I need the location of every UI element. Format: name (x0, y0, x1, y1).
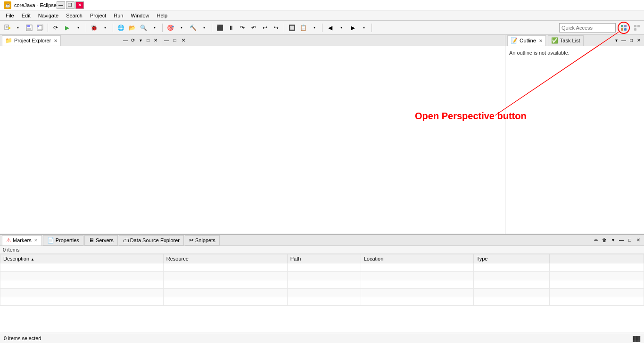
tb-back-dd[interactable]: ▾ (336, 23, 347, 33)
menu-help[interactable]: Help (153, 10, 172, 20)
editor-area (161, 46, 505, 234)
properties-icon: 📄 (47, 237, 54, 244)
quick-access-input[interactable] (559, 23, 616, 33)
tb-ext3-dd[interactable]: ▾ (149, 23, 160, 33)
servers-tab[interactable]: 🖥 Servers (84, 235, 118, 245)
outline-minimize[interactable]: — (620, 37, 627, 44)
menu-file[interactable]: File (2, 10, 18, 20)
tb-target[interactable]: 🎯 (165, 23, 175, 33)
menu-run[interactable]: Run (110, 10, 127, 20)
table-row[interactable] (0, 263, 644, 272)
tb-back[interactable]: ◀ (325, 23, 335, 33)
toolbar-group-2 (24, 23, 45, 33)
properties-tab[interactable]: 📄 Properties (43, 235, 83, 245)
snippets-tab[interactable]: ✂ Snippets (185, 235, 220, 245)
toolbar: ▾ ⟳ ▶ ▾ 🐞 ▾ 🌐 📂 🔍 ▾ 🎯 ▾ 🔨 ▾ ⬛ ⏸ ↷ ↶ (0, 21, 644, 35)
panel-sync-button[interactable]: ⟳ (130, 37, 136, 44)
project-explorer-close[interactable]: ✕ (54, 38, 58, 43)
menu-search[interactable]: Search (62, 10, 86, 20)
tb-ext2[interactable]: 📂 (127, 23, 137, 33)
open-perspective-button[interactable] (618, 22, 630, 34)
snippets-icon: ✂ (189, 237, 194, 244)
tb-perspective-extra[interactable] (632, 23, 642, 33)
panel-collapse-button[interactable]: □ (145, 37, 151, 44)
tb-step4[interactable]: ↪ (271, 23, 281, 33)
tb-step3[interactable]: ↩ (260, 23, 270, 33)
bottom-clear-button[interactable]: 🗑 (601, 237, 608, 244)
svg-marker-3 (8, 27, 10, 29)
outline-close-btn[interactable]: ✕ (636, 37, 642, 44)
project-explorer-tab[interactable]: 📁 Project Explorer ✕ (2, 35, 61, 46)
col-type: Type (473, 254, 549, 263)
tb-debug[interactable]: 🐞 (89, 23, 99, 33)
outline-tab-close[interactable]: ✕ (539, 38, 543, 43)
data-source-explorer-tab[interactable]: 🗃 Data Source Explorer (119, 235, 184, 245)
tb-ext1[interactable]: 🌐 (116, 23, 126, 33)
tb-separator-1 (48, 24, 48, 32)
tb-pause[interactable]: ⏸ (226, 23, 236, 33)
bottom-maximize[interactable]: □ (626, 237, 634, 244)
window-title: coreJava - Eclipse (14, 2, 57, 8)
tb-nav1[interactable]: 🔲 (287, 23, 297, 33)
tb-forward-dd[interactable]: ▾ (359, 23, 369, 33)
editor-minimize[interactable]: — (163, 37, 170, 44)
panel-view-menu[interactable]: ▾ (137, 37, 144, 44)
servers-icon: 🖥 (89, 237, 94, 244)
tb-save-all-button[interactable] (35, 23, 45, 33)
panel-close-button[interactable]: ✕ (152, 37, 159, 44)
svg-rect-16 (634, 28, 636, 31)
minimize-button[interactable]: — (57, 1, 65, 9)
tb-stop[interactable]: ⬛ (215, 23, 225, 33)
data-source-icon: 🗃 (123, 237, 129, 244)
markers-tab[interactable]: ⚠ Markers ✕ (2, 235, 42, 245)
panel-minimize-button[interactable]: — (122, 37, 129, 44)
menu-project[interactable]: Project (86, 10, 110, 20)
task-list-label: Task List (560, 38, 580, 43)
tb-nav2[interactable]: 📋 (298, 23, 308, 33)
tb-new-button[interactable] (2, 23, 12, 33)
table-row[interactable] (0, 280, 644, 289)
tb-build[interactable]: 🔨 (188, 23, 198, 33)
menu-window[interactable]: Window (127, 10, 153, 20)
task-list-tab[interactable]: ✅ Task List (548, 35, 584, 46)
outline-maximize[interactable]: □ (628, 37, 635, 44)
tb-step2[interactable]: ↶ (248, 23, 259, 33)
outline-message: An outline is not available. (509, 50, 570, 56)
tb-run-dd[interactable]: ▾ (73, 23, 83, 33)
project-explorer-content (0, 46, 161, 234)
tb-debug-dd[interactable]: ▾ (100, 23, 110, 33)
bottom-panel: ⚠ Markers ✕ 📄 Properties 🖥 Servers 🗃 Dat… (0, 234, 644, 333)
restore-button[interactable]: ❐ (66, 1, 74, 9)
svg-rect-11 (624, 25, 627, 27)
tb-step1[interactable]: ↷ (237, 23, 248, 33)
bottom-close[interactable]: ✕ (635, 237, 642, 244)
tb-ext3[interactable]: 🔍 (138, 23, 149, 33)
markers-table: Description ▲ Resource Path Location Typ… (0, 254, 644, 306)
editor-close[interactable]: ✕ (180, 37, 187, 44)
upper-area: 📁 Project Explorer ✕ — ⟳ ▾ □ ✕ (0, 35, 644, 234)
menu-edit[interactable]: Edit (18, 10, 34, 20)
table-row[interactable] (0, 297, 644, 306)
bottom-sync-button[interactable]: ⇔ (592, 237, 600, 244)
tb-refresh[interactable]: ⟳ (50, 23, 61, 33)
tb-nav2-dd[interactable]: ▾ (309, 23, 320, 33)
toolbar-right (559, 22, 642, 34)
table-row[interactable] (0, 289, 644, 297)
menu-navigate[interactable]: Navigate (34, 10, 62, 20)
outline-tab[interactable]: 📝 Outline ✕ (507, 35, 546, 46)
bottom-view-menu[interactable]: ▾ (609, 237, 617, 244)
toolbar-group-1: ▾ (2, 23, 23, 33)
close-button[interactable]: ✕ (75, 1, 84, 9)
editor-maximize[interactable]: □ (172, 37, 178, 44)
outline-view-menu[interactable]: ▾ (613, 37, 619, 44)
tb-save-button[interactable] (24, 23, 34, 33)
table-row[interactable] (0, 272, 644, 280)
tb-forward[interactable]: ▶ (347, 23, 358, 33)
tb-build-dd[interactable]: ▾ (199, 23, 209, 33)
bottom-minimize[interactable]: — (618, 237, 625, 244)
markers-tab-close[interactable]: ✕ (34, 238, 38, 243)
tb-target-dd[interactable]: ▾ (176, 23, 187, 33)
outline-icon: 📝 (511, 37, 518, 44)
tb-new-dropdown[interactable]: ▾ (13, 23, 23, 33)
tb-run[interactable]: ▶ (62, 23, 72, 33)
